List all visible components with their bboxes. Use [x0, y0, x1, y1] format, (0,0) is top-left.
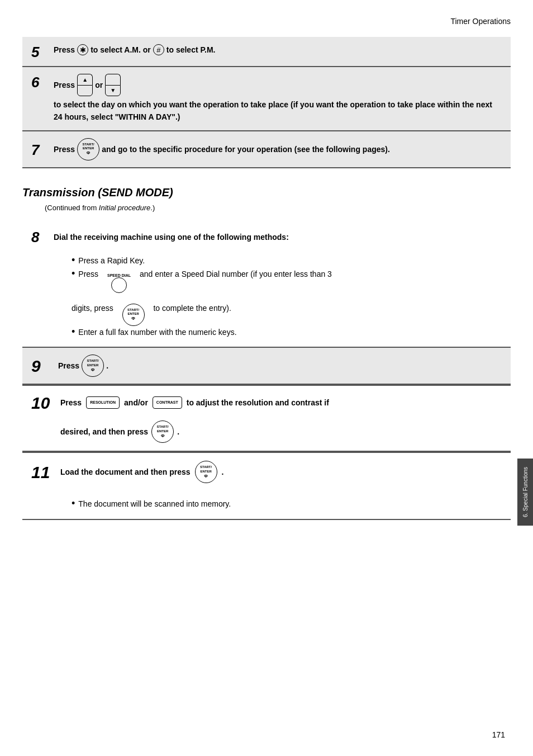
step-6-number: 6 — [31, 75, 47, 89]
bullet-11-1: The document will be scanned into memory… — [72, 498, 231, 511]
step-11-post: . — [222, 467, 224, 476]
step-8-header: 8 Dial the receiving machine using one o… — [31, 229, 289, 244]
page-title: Timer Operations — [450, 17, 511, 26]
bullet-8-1: Press a Rapid Key. — [72, 254, 498, 268]
steps-shaded-group: 5 Press ✱ to select A.M. or # to select … — [22, 37, 511, 168]
bullet-8-2-mid: and enter a Speed Dial number (if you en… — [140, 268, 332, 281]
start-label-2: START/ — [127, 308, 139, 312]
page-header: Timer Operations — [22, 17, 511, 26]
step-11-number: 11 — [31, 464, 56, 481]
section-title: Transmission (SEND MODE) — [22, 186, 511, 199]
step-10-line2: desired, and then press START/ ENTER Φ . — [31, 420, 179, 443]
step-5-text-before: Press — [54, 44, 75, 56]
bullet-11-1-text: The document will be scanned into memory… — [78, 498, 231, 511]
step-9-content: Press START/ ENTER Φ . — [58, 355, 502, 377]
start-label-4: START/ — [157, 425, 169, 429]
step-8-heading: Dial the receiving machine using one of … — [54, 229, 289, 243]
resolution-button-icon: RESOLUTION — [86, 396, 120, 409]
step-7-content: Press START/ ENTER Φ and go to the speci… — [54, 138, 502, 160]
start-enter-button-icon-4: START/ ENTER Φ — [151, 420, 174, 443]
hash-button-icon: # — [153, 44, 164, 55]
step-11-pre: Load the document and then press — [60, 467, 191, 476]
step-6-inline: Press ▲ or ▼ to select the day on which … — [54, 74, 502, 124]
start-enter-button-icon-2: START/ ENTER Φ — [122, 304, 145, 326]
side-tab: 6. Special Functions — [517, 459, 533, 526]
step-5-inline: Press ✱ to select A.M. or # to select P.… — [54, 44, 502, 56]
step-8-row: 8 Dial the receiving machine using one o… — [22, 221, 511, 348]
step-10-mid: and/or — [124, 398, 148, 407]
enter-label-4: ENTER — [157, 429, 168, 433]
enter-label-5: ENTER — [200, 470, 211, 474]
bullet-list-8: Press a Rapid Key. Press SPEED DIAL and … — [60, 254, 498, 339]
step-10-after2: desired, and then press — [60, 427, 148, 436]
bullet-8-2-post: to complete the entry). — [153, 302, 231, 315]
start-label-3: START/ — [87, 359, 99, 363]
bullet-8-3: Enter a full fax number with the numeric… — [72, 326, 498, 339]
step-10-row: 10 Press RESOLUTION and/or CONTRAST to a… — [22, 385, 511, 452]
step-6-text: Press — [54, 79, 75, 91]
step-5-text-after: to select P.M. — [166, 44, 216, 56]
bullet-8-3-text: Enter a full fax number with the numeric… — [78, 326, 236, 339]
arrow-up-icon: ▲ — [77, 74, 93, 85]
speed-dial-label: SPEED DIAL — [107, 273, 131, 277]
step-7-text: Press — [54, 143, 75, 155]
phi-label: Φ — [87, 150, 91, 156]
bullet-8-2-pre: Press — [78, 268, 98, 281]
step-10-after: to adjust the resolution and contrast if — [187, 398, 329, 407]
arrow-up-btn: ▲ — [77, 74, 93, 96]
star-button-icon: ✱ — [77, 44, 88, 55]
step-10-number: 10 — [31, 395, 56, 412]
step-11-inline: 11 Load the document and then press STAR… — [31, 461, 223, 483]
step-6-row: 6 Press ▲ or ▼ to select the day on whic… — [22, 67, 511, 131]
arrow-down-btn: ▼ — [105, 74, 121, 96]
bullet-8-2: Press SPEED DIAL and enter a Speed Dial … — [72, 268, 498, 326]
step-10-end: . — [177, 427, 179, 436]
start-label-5: START/ — [200, 465, 212, 469]
arrow-down-icon: ▼ — [105, 85, 121, 96]
step-5-number: 5 — [31, 45, 47, 59]
bullet-8-2-digits: digits, press — [72, 302, 113, 315]
step-7-number: 7 — [31, 143, 47, 157]
step-10-pre: Press — [60, 398, 82, 407]
start-enter-button-icon-5: START/ ENTER Φ — [195, 461, 217, 483]
step-7-row: 7 Press START/ ENTER Φ and go to the spe… — [22, 131, 511, 168]
step-9-post: . — [106, 360, 108, 372]
step-8-bullets: Press a Rapid Key. Press SPEED DIAL and … — [31, 251, 498, 339]
step-9-row: 9 Press START/ ENTER Φ . — [22, 348, 511, 385]
speed-dial-button-icon: SPEED DIAL — [107, 273, 131, 293]
step-6-content: Press ▲ or ▼ to select the day on which … — [54, 74, 502, 124]
arrow-down-top — [105, 74, 121, 85]
enter-label-3: ENTER — [87, 363, 98, 367]
step-9-pre: Press — [58, 360, 79, 372]
start-enter-button-icon: START/ ENTER Φ — [77, 138, 99, 160]
enter-label: ENTER — [83, 147, 94, 150]
start-label: START/ — [83, 143, 94, 147]
step-5-text-middle: to select A.M. or — [91, 44, 151, 56]
phi-label-4: Φ — [161, 433, 165, 439]
speed-dial-circle — [111, 277, 127, 293]
arrow-up-bottom — [77, 85, 93, 96]
step-7-inline: Press START/ ENTER Φ and go to the speci… — [54, 138, 502, 160]
bullet-list-11: The document will be scanned into memory… — [60, 498, 231, 511]
phi-label-2: Φ — [131, 316, 135, 322]
phi-label-5: Φ — [204, 474, 208, 479]
contrast-label: CONTRAST — [156, 400, 178, 405]
step-11-bullets: The document will be scanned into memory… — [31, 494, 231, 511]
step-5-row: 5 Press ✱ to select A.M. or # to select … — [22, 37, 511, 67]
phi-label-3: Φ — [91, 367, 95, 373]
contrast-button-icon: CONTRAST — [153, 396, 182, 409]
bullet-8-2-linebreak — [72, 296, 498, 299]
step-11-row: 11 Load the document and then press STAR… — [22, 452, 511, 520]
step-10-inline: 10 Press RESOLUTION and/or CONTRAST to a… — [31, 394, 329, 412]
continued-text: (Continued from Initial procedure.) — [22, 204, 511, 212]
step-9-inline: Press START/ ENTER Φ . — [58, 355, 502, 377]
step-8-number: 8 — [31, 230, 47, 244]
enter-label-2: ENTER — [127, 312, 139, 316]
step-5-content: Press ✱ to select A.M. or # to select P.… — [54, 44, 502, 56]
side-tab-text: 6. Special Functions — [522, 467, 529, 517]
step-7-rest: and go to the specific procedure for you… — [102, 143, 390, 155]
step-6-rest: to select the day on which you want the … — [54, 98, 502, 124]
step-9-number: 9 — [31, 358, 51, 375]
start-enter-button-icon-3: START/ ENTER Φ — [82, 355, 104, 377]
bullet-8-1-text: Press a Rapid Key. — [78, 254, 145, 268]
